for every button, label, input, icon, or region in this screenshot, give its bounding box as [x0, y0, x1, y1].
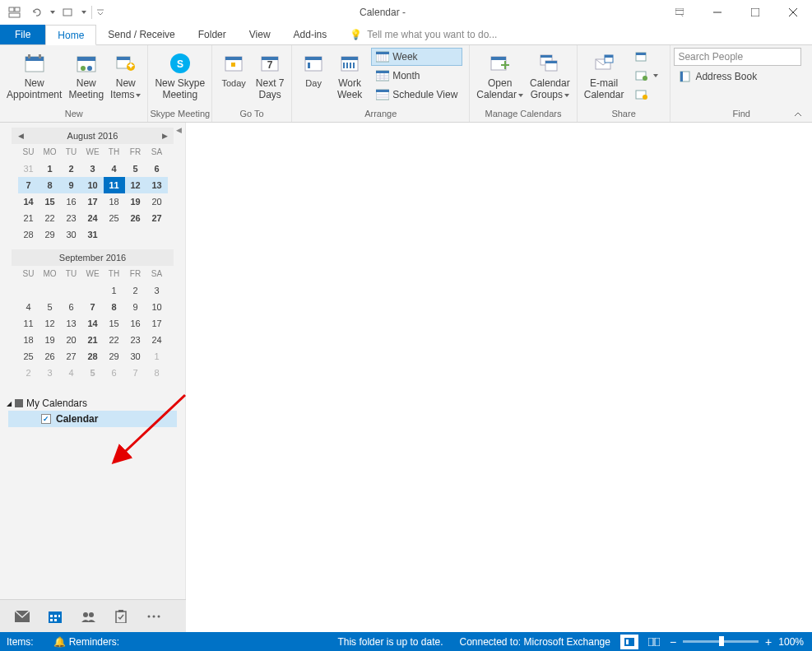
address-book-button[interactable]: Address Book — [674, 67, 762, 86]
day-cell[interactable]: 6 — [104, 365, 125, 381]
qat-item[interactable] — [58, 2, 77, 22]
day-cell[interactable]: 23 — [125, 332, 146, 348]
day-cell[interactable]: 4 — [18, 299, 39, 315]
day-cell[interactable]: 27 — [61, 348, 82, 365]
day-cell[interactable]: 14 — [82, 315, 104, 332]
day-cell[interactable]: 29 — [39, 226, 61, 243]
next-month-button[interactable]: ▶ — [159, 130, 170, 142]
publish-online-button[interactable] — [630, 67, 663, 85]
day-cell[interactable]: 3 — [39, 365, 61, 381]
search-people-input[interactable]: Search People — [674, 48, 801, 66]
schedule-view-button[interactable]: Schedule View — [371, 86, 462, 104]
day-cell[interactable]: 1 — [146, 348, 168, 365]
mail-icon[interactable] — [15, 609, 30, 624]
day-cell[interactable]: 31 — [18, 160, 39, 177]
people-icon[interactable] — [81, 609, 95, 624]
day-cell[interactable]: 24 — [146, 332, 168, 348]
tell-me-search[interactable]: 💡 Tell me what you want to do... — [350, 25, 497, 44]
calendar-groups-button[interactable]: CalendarGroups — [527, 48, 573, 106]
day-cell[interactable]: 17 — [82, 193, 104, 210]
day-cell[interactable]: 7 — [82, 299, 104, 315]
work-week-button[interactable]: WorkWeek — [332, 48, 368, 106]
day-cell[interactable]: 27 — [146, 210, 168, 226]
new-items-button[interactable]: ✦ NewItems — [107, 48, 144, 106]
qat-window-icon[interactable] — [5, 2, 25, 22]
day-cell[interactable]: 12 — [39, 315, 61, 332]
new-appointment-button[interactable]: NewAppointment — [3, 48, 65, 106]
more-nav-icon[interactable] — [146, 609, 161, 624]
tab-file[interactable]: File — [0, 25, 45, 44]
calendar-permissions-button[interactable] — [630, 86, 663, 104]
day-cell[interactable]: 15 — [39, 193, 61, 210]
tasks-icon[interactable] — [114, 609, 128, 624]
day-cell[interactable]: 22 — [39, 210, 61, 226]
day-cell[interactable]: 3 — [146, 282, 168, 299]
day-cell[interactable]: 5 — [39, 299, 61, 315]
today-button[interactable]: Today — [216, 48, 252, 106]
mini-calendar-2-title[interactable]: September 2016 — [59, 253, 126, 263]
day-cell[interactable]: 25 — [18, 348, 39, 365]
tab-view[interactable]: View — [238, 25, 282, 44]
day-cell[interactable]: 30 — [61, 226, 82, 243]
day-cell[interactable]: 1 — [39, 160, 61, 177]
day-cell[interactable]: 13 — [146, 177, 168, 193]
new-skype-meeting-button[interactable]: S New SkypeMeeting — [151, 48, 208, 106]
day-cell[interactable]: 28 — [18, 226, 39, 243]
calendar-checkbox[interactable]: ✓ — [41, 414, 51, 424]
day-cell[interactable]: 13 — [61, 315, 82, 332]
day-cell[interactable]: 5 — [125, 160, 146, 177]
day-cell[interactable]: 10 — [82, 177, 104, 193]
maximize-button[interactable] — [736, 1, 774, 25]
undo-button[interactable] — [26, 2, 46, 22]
my-calendars-group[interactable]: ◢ My Calendars — [0, 396, 185, 411]
day-cell[interactable]: 12 — [125, 177, 146, 193]
status-reminders[interactable]: 🔔Reminders: — [53, 636, 119, 648]
day-cell[interactable]: 6 — [61, 299, 82, 315]
day-cell[interactable]: 19 — [125, 193, 146, 210]
day-cell[interactable]: 31 — [82, 226, 104, 243]
qat-dropdown[interactable] — [79, 2, 87, 22]
day-cell[interactable]: 3 — [82, 160, 104, 177]
day-cell[interactable]: 26 — [39, 348, 61, 365]
tab-addins[interactable]: Add-ins — [282, 25, 339, 44]
day-cell[interactable]: 25 — [104, 210, 125, 226]
week-view-button[interactable]: Week — [371, 48, 462, 66]
ribbon-display-options[interactable] — [661, 1, 698, 25]
day-cell[interactable]: 23 — [61, 210, 82, 226]
collapse-pane-button[interactable]: ◀ — [176, 126, 186, 137]
day-cell[interactable]: 29 — [104, 348, 125, 365]
normal-view-button[interactable] — [620, 635, 638, 649]
calendar-icon[interactable] — [48, 609, 63, 624]
zoom-level[interactable]: 100% — [778, 636, 804, 648]
day-cell[interactable]: 5 — [82, 365, 104, 381]
day-cell[interactable]: 22 — [104, 332, 125, 348]
day-cell[interactable]: 18 — [18, 332, 39, 348]
zoom-in-button[interactable]: + — [765, 635, 772, 649]
day-cell[interactable]: 1 — [104, 282, 125, 299]
day-cell[interactable]: 2 — [125, 282, 146, 299]
day-cell[interactable]: 9 — [61, 177, 82, 193]
day-cell[interactable]: 20 — [61, 332, 82, 348]
open-calendar-button[interactable]: OpenCalendar — [473, 48, 527, 106]
day-cell[interactable]: 4 — [61, 365, 82, 381]
day-cell[interactable]: 8 — [104, 299, 125, 315]
day-cell[interactable]: 18 — [104, 193, 125, 210]
day-cell[interactable]: 21 — [82, 332, 104, 348]
tab-home[interactable]: Home — [45, 25, 96, 45]
day-cell[interactable]: 10 — [146, 299, 168, 315]
next-7-days-button[interactable]: 7 Next 7Days — [252, 48, 288, 106]
tab-send-receive[interactable]: Send / Receive — [96, 25, 186, 44]
day-view-button[interactable]: Day — [295, 48, 332, 106]
zoom-slider[interactable] — [683, 640, 759, 643]
tab-folder[interactable]: Folder — [187, 25, 238, 44]
ribbon-collapse-button[interactable] — [792, 109, 804, 120]
day-cell[interactable]: 20 — [146, 193, 168, 210]
zoom-out-button[interactable]: − — [670, 635, 676, 649]
day-cell[interactable]: 16 — [125, 315, 146, 332]
day-cell[interactable]: 2 — [18, 365, 39, 381]
day-cell[interactable]: 8 — [146, 365, 168, 381]
day-cell[interactable]: 19 — [39, 332, 61, 348]
day-cell[interactable]: 14 — [18, 193, 39, 210]
day-cell[interactable]: 28 — [82, 348, 104, 365]
day-cell[interactable]: 30 — [125, 348, 146, 365]
